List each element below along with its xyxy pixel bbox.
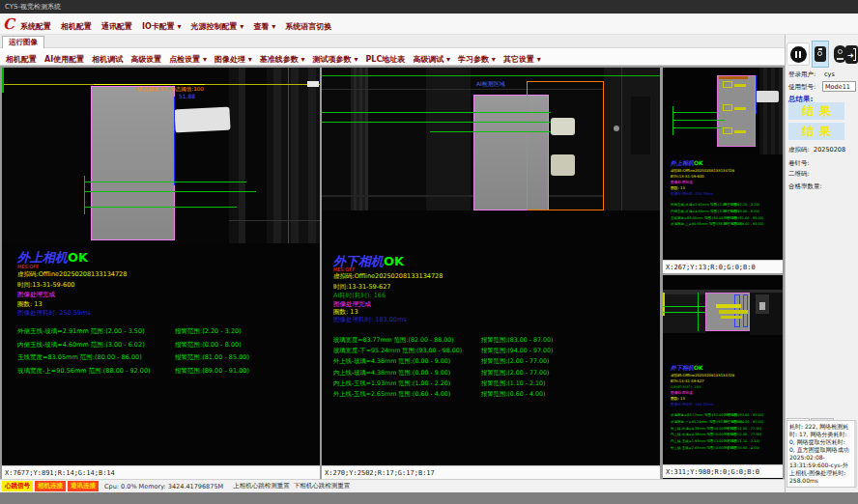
login-user-label: 登录用户: (788, 70, 815, 79)
toolbar-item[interactable]: 基准线参数 ▾ (260, 55, 305, 64)
pixel-coordinates: X:270;Y:2502;R:17;G:17;B:17 (322, 465, 660, 479)
alarm-range: 报警范围:(89.00 - 91.00) (175, 367, 249, 376)
toolbar-item[interactable]: 相机调试 (92, 55, 123, 64)
menu-item[interactable]: 通讯配置 (101, 22, 132, 31)
pause-button[interactable] (786, 42, 810, 66)
toolbar-item[interactable]: 高级设置 (130, 55, 161, 64)
menu-item[interactable]: 光源控制配置 ▾ (191, 22, 244, 31)
process-time: 图像处理耗时: 250.59ms (17, 309, 91, 318)
result-boxes: 结果结果 (786, 102, 858, 143)
machinery-stripe (245, 68, 267, 243)
toolbar-item[interactable]: 其它设置 ▾ (503, 55, 541, 64)
threshold-overlay-label: 静态阈值:93, 动态阈值:100 (137, 86, 204, 93)
detection-frame (527, 81, 604, 210)
warning-text-smear (719, 310, 748, 314)
toolbar-item[interactable]: 学习参数 ▾ (458, 55, 496, 64)
measure-line-green-vertical (672, 106, 673, 135)
measure-line-green (672, 127, 721, 128)
measurement-list: 外侧玉线-玻璃=2.91mm 范围:(2.00 - 3.50)报警范围:(2.2… (671, 203, 779, 229)
title-bar: CYS-视觉检测系统 (0, 0, 858, 14)
camera-connection-badge: 相机连接 (35, 481, 66, 491)
alarm-range: 报警范围:(0.00 - 8.00) (724, 210, 759, 213)
exit-icon: ➜ (845, 45, 858, 64)
bottom-filler (0, 492, 858, 504)
reset-bottom-camera-heartbeat[interactable]: 下相机心跳检测重置 (294, 482, 351, 490)
measure-line-green (430, 131, 551, 132)
model-input[interactable]: Mode11 (822, 81, 856, 92)
camera-result-ok: OK (384, 254, 404, 268)
toolbar: 相机配置AI使用配置相机调试高级设置点检设置 ▾图像处理 ▾基准线参数 ▾测试项… (0, 48, 785, 66)
pause-icon (790, 46, 807, 63)
edge-green-marker (2, 68, 4, 93)
menu-item[interactable]: IO卡配置 ▾ (142, 22, 182, 31)
roi-box (723, 127, 732, 134)
result-display-box: 结果 (788, 123, 844, 140)
bright-dot (614, 126, 619, 131)
reset-top-camera-heartbeat[interactable]: 上相机心跳检测重置 (233, 482, 290, 490)
camera-view-mini-top[interactable] (663, 68, 783, 154)
menu-item[interactable]: 查看 ▾ (253, 22, 275, 31)
toolbar-item[interactable]: 图像处理 ▾ (214, 55, 252, 64)
blue-measure-line (174, 97, 175, 185)
roi-label-smear (734, 84, 746, 87)
window-title: CYS-视觉检测系统 (5, 3, 61, 11)
control-panel: ➜ 登录用户: cys 使用型号: Mode11 总结果: 结果结果 虚拟码: … (785, 35, 858, 492)
toolbar-item[interactable]: 高级调试 ▾ (413, 55, 450, 64)
machinery-block (663, 294, 705, 333)
camera-name: 外上相机 (17, 250, 68, 265)
menu-item[interactable]: 相机配置 (61, 22, 92, 31)
needle-number-label: 卷针号: (788, 159, 810, 168)
ai-region-label: AI检测区域 (476, 80, 505, 89)
measure-line-green (672, 112, 717, 113)
alarm-range: 报警范围:(81.00 - 85.00) (724, 216, 763, 220)
status-bar: 心跳信号 相机连接 通讯连接 Cpu: 0.0% Memory: 3424.41… (0, 479, 785, 492)
measurement-value: 外上线-玉线=2.65mm 范围:(0.60 - 4.00) (333, 390, 450, 399)
measurement-row: 内上线-玻璃=4.38mm 范围:(0.00 - 9.00)报警范围:(2.00… (333, 369, 652, 379)
menu-item[interactable]: 系统语言切换 (285, 22, 331, 31)
measure-line-green (84, 182, 246, 182)
turn-count: 圈数: 13 (671, 185, 685, 190)
camera-result-title: 外上相机OK (671, 159, 703, 168)
toolbar-item[interactable]: PLC地址表 (365, 55, 405, 64)
log-output[interactable]: 耗时: 222, 网络检测耗时: 17, 网络分类耗时: 0, 网络提取分区耗时… (786, 420, 856, 488)
process-time: 图像处理耗时: 183.00ms (671, 402, 713, 406)
camera-button[interactable] (812, 41, 829, 68)
alarm-range: 报警范围:(0.60 - 4.00) (481, 390, 546, 399)
exit-button[interactable]: ➜ (844, 42, 858, 66)
alarm-range: 报警范围:(94.00 - 97.00) (724, 420, 763, 424)
bright-blob (551, 154, 575, 176)
measure-line-green (672, 120, 725, 121)
tab-row: 运行图像 (0, 35, 785, 48)
pixel-coordinates: X:267;Y:13;R:0;G:0;B:0 (663, 260, 783, 273)
camera-view-mini-bottom[interactable] (663, 275, 783, 338)
toolbar-item[interactable]: 测试项参数 ▾ (313, 55, 358, 64)
virtual-code-value: 20250208 (814, 146, 845, 154)
camera-panel-outer-top: 51.88 静态阈值:93, 动态阈值:100 外上相机OK MES:OFF 虚… (2, 68, 320, 479)
turn-count: 圈数: 13 (671, 396, 685, 401)
connector-tab (174, 107, 230, 133)
measurement-list: 玻璃宽度=83.77mm 范围:(82.00 - 88.00)报警范围:(83.… (671, 413, 779, 453)
baseline-yellow-bright (94, 84, 205, 85)
measurement-row: 外上线-玻璃=4.38mm 范围:(0.00 - 9.00)报警范围:(2.00… (333, 357, 652, 368)
alarm-range: 报警范围:(83.00 - 87.00) (481, 336, 554, 345)
measurement-row: 玻璃宽度-下=95.24mm 范围:(93.00 - 98.00)报警范围:(9… (333, 347, 652, 357)
measure-line-green (84, 191, 256, 192)
menu-item[interactable]: 系统配置 (20, 22, 51, 31)
camera-view-outer-top[interactable]: 51.88 静态阈值:93, 动态阈值:100 (2, 68, 320, 243)
machinery-edge (621, 68, 622, 210)
measurement-value: 外侧玉线-玻璃=2.91mm 范围:(2.00 - 3.50) (17, 327, 145, 336)
capture-time: 时间:13-31-59-600 (671, 174, 704, 179)
camera-name: 外下相机 (671, 364, 694, 371)
alarm-range: 报警范围:(2.00 - 77.00) (481, 369, 550, 378)
measurement-row: 内侧玉线-玻璃=4.60mm 范围:(3.00 - 6.02)报警范围:(0.0… (17, 341, 312, 354)
alarm-range: 报警范围:(2.20 - 3.20) (724, 203, 759, 207)
process-done: 图像处理完成 (17, 291, 55, 299)
camera-view-outer-bottom[interactable]: AI检测区域 (322, 68, 660, 210)
toolbar-item[interactable]: AI使用配置 (44, 55, 84, 64)
measurement-row: 玉线宽度=83.05mm 范围:(80.00 - 86.00)报警范围:(81.… (17, 353, 312, 367)
measure-line-green-vertical (698, 293, 699, 331)
log-scrollbar[interactable] (854, 421, 857, 487)
toolbar-item[interactable]: 相机配置 (6, 55, 37, 64)
alarm-range: 报警范围:(83.00 - 87.00) (724, 413, 763, 417)
toolbar-item[interactable]: 点检设置 ▾ (169, 55, 207, 64)
